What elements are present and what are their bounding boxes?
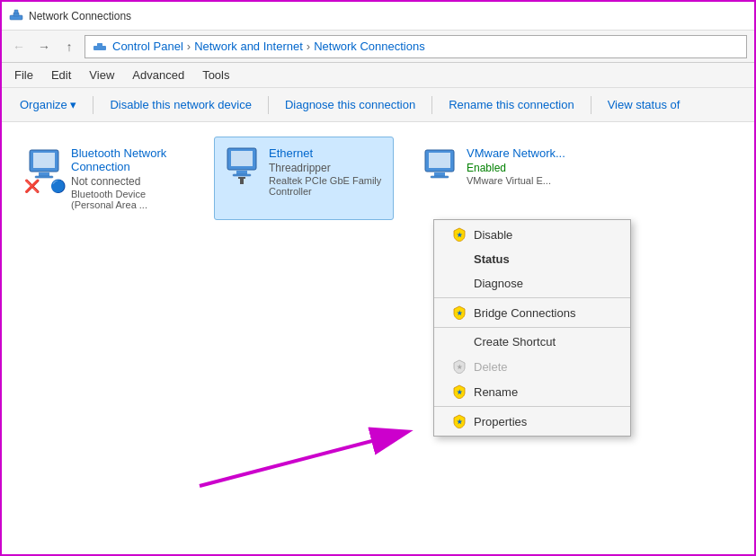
- breadcrumb-control-panel[interactable]: Control Panel: [112, 40, 183, 53]
- ethernet-status: Threadripper: [269, 162, 384, 174]
- svg-rect-18: [431, 176, 449, 178]
- svg-rect-16: [429, 153, 450, 168]
- breadcrumb-network-connections[interactable]: Network Connections: [314, 40, 425, 53]
- network-item-vmware[interactable]: VMware Network... Enabled VMware Virtual…: [412, 137, 591, 220]
- title-bar-text: Network Connections: [29, 10, 131, 22]
- menu-file[interactable]: File: [5, 65, 42, 85]
- disable-device-button[interactable]: Disable this network device: [99, 94, 262, 115]
- vmware-name: VMware Network...: [467, 146, 565, 160]
- svg-rect-2: [14, 10, 18, 13]
- address-icon: [93, 38, 107, 55]
- bluetooth-name: Bluetooth Network Connection: [71, 146, 186, 173]
- svg-rect-10: [231, 151, 253, 166]
- network-item-bluetooth[interactable]: ❌ 🔵 Bluetooth Network Connection Not con…: [16, 137, 196, 220]
- network-item-ethernet[interactable]: Ethernet Threadripper Realtek PCIe GbE F…: [214, 137, 394, 220]
- vmware-device: VMware Virtual E...: [467, 175, 565, 186]
- svg-text:★: ★: [457, 364, 463, 370]
- bluetooth-badge: 🔵: [50, 179, 66, 193]
- ctx-rename-label: Rename: [474, 385, 518, 399]
- toolbar-separator-3: [431, 96, 432, 114]
- ethernet-name: Ethernet: [269, 146, 384, 160]
- up-button[interactable]: ↑: [59, 37, 79, 57]
- toolbar-separator-4: [591, 96, 591, 114]
- ctx-disable[interactable]: ★ Disable: [434, 222, 630, 247]
- error-badge: ❌: [24, 179, 40, 193]
- menu-view[interactable]: View: [80, 65, 123, 85]
- svg-line-25: [200, 432, 406, 486]
- menu-bar: File Edit View Advanced Tools: [2, 63, 754, 88]
- ctx-diagnose[interactable]: Diagnose: [434, 271, 630, 296]
- shield-icon-bridge: ★: [452, 305, 467, 320]
- ethernet-icon-wrapper: [224, 146, 260, 190]
- bluetooth-status: Not connected: [71, 175, 186, 188]
- back-button[interactable]: ←: [9, 37, 29, 57]
- forward-button[interactable]: →: [34, 37, 54, 57]
- ctx-diagnose-label: Diagnose: [474, 277, 523, 290]
- ctx-disable-label: Disable: [474, 228, 512, 242]
- ctx-bridge[interactable]: ★ Bridge Connections: [434, 300, 630, 325]
- svg-rect-11: [236, 171, 247, 174]
- title-bar: Network Connections: [2, 2, 754, 31]
- bluetooth-device: Bluetooth Device (Personal Area ...: [71, 189, 186, 210]
- vmware-icon-wrapper: [422, 146, 458, 190]
- bluetooth-icon-wrapper: ❌ 🔵: [26, 146, 62, 190]
- title-bar-icon: [9, 7, 23, 24]
- ctx-status[interactable]: Status: [434, 247, 630, 271]
- ctx-create-shortcut-label: Create Shortcut: [474, 335, 556, 349]
- diagnose-connection-button[interactable]: Diagnose this connection: [274, 94, 426, 115]
- arrow-annotation: [182, 405, 442, 504]
- svg-text:★: ★: [457, 232, 463, 238]
- shield-icon-delete: ★: [452, 359, 467, 374]
- ctx-delete-label: Delete: [474, 360, 508, 374]
- menu-edit[interactable]: Edit: [42, 65, 80, 85]
- svg-rect-12: [233, 174, 251, 176]
- organize-button[interactable]: Organize ▾: [9, 94, 87, 115]
- context-menu: ★ Disable Status Diagnose ★ Bridge Conne…: [433, 219, 631, 437]
- shield-icon-rename: ★: [452, 384, 467, 399]
- ethernet-device: Realtek PCIe GbE Family Controller: [269, 175, 384, 197]
- menu-advanced[interactable]: Advanced: [123, 65, 193, 85]
- ctx-sep-3: [434, 406, 630, 407]
- svg-rect-8: [35, 176, 53, 178]
- svg-text:★: ★: [457, 419, 463, 425]
- ctx-properties[interactable]: ★ Properties: [434, 409, 630, 434]
- toolbar-separator-2: [268, 96, 269, 114]
- svg-rect-13: [238, 177, 245, 179]
- ctx-rename[interactable]: ★ Rename: [434, 379, 630, 404]
- shield-icon-disable: ★: [452, 227, 467, 242]
- svg-rect-14: [240, 179, 244, 184]
- breadcrumb-network-internet[interactable]: Network and Internet: [194, 40, 303, 53]
- ctx-status-label: Status: [474, 252, 510, 266]
- ctx-properties-label: Properties: [474, 415, 527, 428]
- svg-rect-17: [434, 172, 445, 176]
- menu-tools[interactable]: Tools: [193, 65, 238, 85]
- content-area: ❌ 🔵 Bluetooth Network Connection Not con…: [2, 122, 754, 556]
- ctx-create-shortcut[interactable]: Create Shortcut: [434, 330, 630, 354]
- toolbar: Organize ▾ Disable this network device D…: [2, 88, 754, 122]
- svg-rect-6: [33, 153, 55, 168]
- rename-connection-button[interactable]: Rename this connection: [438, 94, 584, 115]
- ctx-bridge-label: Bridge Connections: [474, 306, 575, 320]
- shield-icon-properties: ★: [452, 414, 467, 428]
- address-path: Control Panel › Network and Internet › N…: [84, 35, 747, 58]
- network-grid: ❌ 🔵 Bluetooth Network Connection Not con…: [2, 122, 754, 234]
- ctx-delete[interactable]: ★ Delete: [434, 354, 630, 379]
- svg-text:★: ★: [457, 310, 463, 316]
- address-bar: ← → ↑ Control Panel › Network and Intern…: [2, 31, 754, 63]
- svg-text:★: ★: [457, 389, 463, 395]
- svg-rect-7: [39, 172, 49, 176]
- svg-rect-4: [97, 43, 102, 47]
- view-status-button[interactable]: View status of: [597, 94, 691, 115]
- ctx-sep-1: [434, 297, 630, 298]
- ctx-sep-2: [434, 327, 630, 328]
- vmware-status: Enabled: [467, 162, 565, 174]
- toolbar-separator-1: [93, 96, 93, 114]
